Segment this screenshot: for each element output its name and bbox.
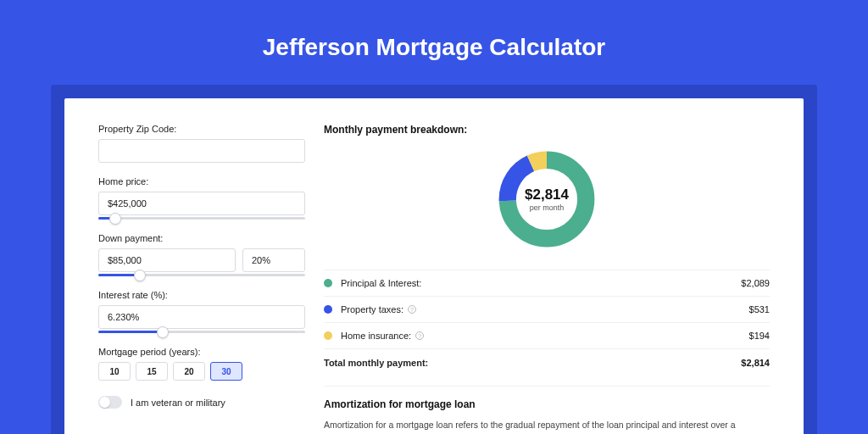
dot-tax xyxy=(324,305,332,314)
rate-slider-fill xyxy=(98,331,163,333)
info-icon[interactable]: ? xyxy=(408,305,416,314)
donut-chart-wrap: $2,814 per month xyxy=(324,147,770,251)
period-options: 10 15 20 30 xyxy=(98,362,305,381)
period-btn-20[interactable]: 20 xyxy=(173,362,205,381)
down-pct-input[interactable] xyxy=(242,248,305,272)
down-field: Down payment: xyxy=(98,233,305,276)
amortization-title: Amortization for mortgage loan xyxy=(324,398,770,410)
period-btn-30[interactable]: 30 xyxy=(210,362,242,381)
price-input[interactable] xyxy=(98,192,305,215)
price-label: Home price: xyxy=(98,176,305,186)
breakdown-panel: Monthly payment breakdown: $2,814 per mo… xyxy=(324,124,770,434)
price-slider[interactable] xyxy=(98,217,305,220)
breakdown-label-ins: Home insurance: ? xyxy=(341,331,749,341)
breakdown-label-pi: Principal & Interest: xyxy=(341,278,741,288)
calculator-card: Property Zip Code: Home price: Down paym… xyxy=(64,98,804,434)
breakdown-value-tax: $531 xyxy=(749,304,770,314)
breakdown-value-ins: $194 xyxy=(749,331,770,341)
rate-slider-thumb[interactable] xyxy=(157,326,169,338)
veteran-row: I am veteran or military xyxy=(98,396,305,409)
info-icon[interactable]: ? xyxy=(415,331,424,340)
veteran-label: I am veteran or military xyxy=(131,398,225,408)
donut-sub: per month xyxy=(530,203,565,212)
donut-amount: $2,814 xyxy=(525,186,569,203)
down-amount-input[interactable] xyxy=(98,248,236,272)
zip-field: Property Zip Code: xyxy=(98,124,305,163)
veteran-toggle-knob xyxy=(99,397,110,408)
rate-slider[interactable] xyxy=(98,331,305,333)
down-label: Down payment: xyxy=(98,233,305,243)
breakdown-label-tax-text: Property taxes: xyxy=(341,304,403,314)
rate-input[interactable] xyxy=(98,305,305,329)
inputs-panel: Property Zip Code: Home price: Down paym… xyxy=(98,124,305,434)
dot-pi xyxy=(324,279,332,287)
breakdown-total-value: $2,814 xyxy=(741,358,770,368)
breakdown-row-tax: Property taxes: ? $531 xyxy=(324,296,770,322)
period-btn-15[interactable]: 15 xyxy=(136,362,168,381)
zip-label: Property Zip Code: xyxy=(98,124,305,134)
period-label: Mortgage period (years): xyxy=(98,347,305,357)
period-field: Mortgage period (years): 10 15 20 30 xyxy=(98,347,305,381)
down-slider-thumb[interactable] xyxy=(134,270,146,281)
breakdown-row-total: Total monthly payment: $2,814 xyxy=(324,348,770,376)
breakdown-title: Monthly payment breakdown: xyxy=(324,124,770,136)
page-title: Jefferson Mortgage Calculator xyxy=(0,0,868,85)
price-field: Home price: xyxy=(98,176,305,220)
zip-input[interactable] xyxy=(98,139,305,163)
price-slider-thumb[interactable] xyxy=(109,213,121,225)
donut-center: $2,814 per month xyxy=(495,147,598,251)
breakdown-total-label: Total monthly payment: xyxy=(324,358,741,368)
down-slider[interactable] xyxy=(98,274,305,276)
donut-chart: $2,814 per month xyxy=(495,147,598,251)
rate-label: Interest rate (%): xyxy=(98,290,305,300)
veteran-toggle[interactable] xyxy=(98,396,122,409)
rate-field: Interest rate (%): xyxy=(98,290,305,333)
breakdown-row-pi: Principal & Interest: $2,089 xyxy=(324,270,770,296)
breakdown-label-tax: Property taxes: ? xyxy=(341,304,749,314)
amortization-text: Amortization for a mortgage loan refers … xyxy=(324,419,770,434)
breakdown-label-ins-text: Home insurance: xyxy=(341,331,411,341)
dot-ins xyxy=(324,331,332,340)
card-shadow: Property Zip Code: Home price: Down paym… xyxy=(51,85,817,434)
period-btn-10[interactable]: 10 xyxy=(98,362,131,381)
breakdown-value-pi: $2,089 xyxy=(741,278,770,288)
breakdown-row-ins: Home insurance: ? $194 xyxy=(324,322,770,348)
amortization-section: Amortization for mortgage loan Amortizat… xyxy=(324,386,770,434)
